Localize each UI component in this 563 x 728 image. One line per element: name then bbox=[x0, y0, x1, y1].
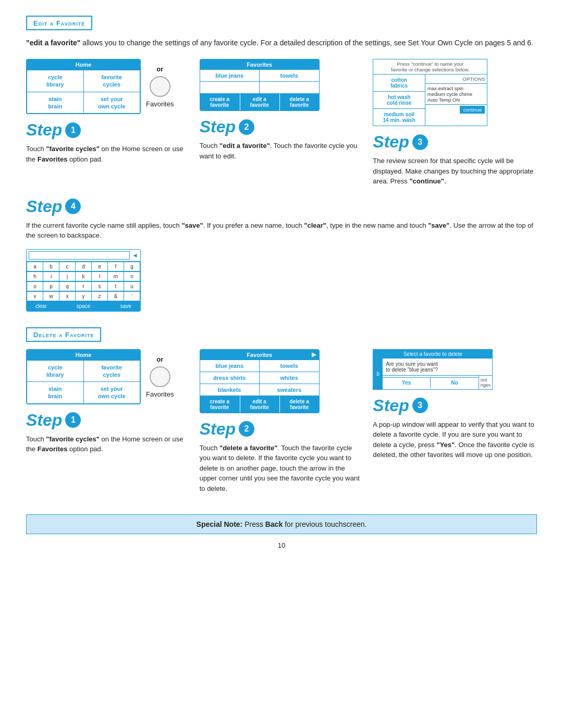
delete-section: Delete a Favorite Home cyclelibrary favo… bbox=[26, 327, 537, 499]
kb-key-e[interactable]: e bbox=[92, 262, 107, 271]
edit-step1-num: 1 bbox=[65, 122, 81, 138]
delete-step1-desc: Touch "favorite cycles" on the Home scre… bbox=[26, 434, 190, 454]
kb-key-n[interactable]: n bbox=[124, 272, 140, 281]
special-note: Special Note: Press Back for previous to… bbox=[26, 514, 537, 534]
del-fav-sweaters: sweaters bbox=[260, 384, 319, 396]
home-cell-cycle-library: cyclelibrary bbox=[27, 70, 83, 92]
edit-step3-review-panel: Press "continue" to name yourfavorite or… bbox=[373, 59, 487, 126]
edit-step2-col: Favorites blue jeans towels create afavo… bbox=[200, 59, 373, 166]
fav-arrow-icon: ▶ bbox=[312, 351, 316, 358]
del-fav-edit: edit afavorite bbox=[240, 396, 279, 413]
del-fav-header: Favorites ▶ bbox=[200, 350, 319, 360]
kb-key-j[interactable]: j bbox=[59, 272, 75, 281]
kb-backspace-icon: ◄ bbox=[132, 252, 138, 259]
kb-clear-btn[interactable]: clear bbox=[27, 302, 55, 311]
delete-step1-or-favorites: or Favorites bbox=[146, 350, 174, 403]
kb-input-box[interactable] bbox=[29, 251, 130, 260]
kb-key-b[interactable]: b bbox=[43, 262, 59, 271]
delete-step3-num: 3 bbox=[412, 398, 428, 413]
del-home-fav-cycles: favoritecycles bbox=[84, 361, 140, 382]
fav-towels: towels bbox=[260, 70, 319, 81]
kb-key-r[interactable]: r bbox=[76, 282, 91, 291]
review-medium-soil: medium soil14 min. wash bbox=[373, 109, 425, 126]
review-cotton: cottonfabrics bbox=[373, 75, 425, 92]
edit-step1-col: Home cyclelibrary favoritecycles stainbr… bbox=[26, 59, 200, 169]
delete-step1-num: 1 bbox=[65, 412, 81, 428]
kb-key-m[interactable]: m bbox=[108, 272, 124, 281]
del-home-cycle-lib: cyclelibrary bbox=[27, 361, 83, 382]
kb-key-a[interactable]: a bbox=[27, 262, 43, 271]
kb-space-btn[interactable]: space bbox=[56, 302, 112, 311]
kb-key-g[interactable]: g bbox=[124, 262, 140, 271]
review-hot-wash: hot washcold rinse bbox=[373, 92, 425, 109]
kb-key-y[interactable]: y bbox=[76, 292, 91, 301]
kb-key-z[interactable]: z bbox=[92, 292, 107, 301]
review-continue-btn[interactable]: continue bbox=[460, 106, 485, 114]
edit-step3-num: 3 bbox=[412, 134, 428, 150]
kb-key-d[interactable]: d bbox=[76, 262, 91, 271]
edit-step4-desc: If the current favorite cycle name still… bbox=[26, 220, 537, 241]
kb-key-f[interactable]: f bbox=[108, 262, 124, 271]
edit-steps-123-row: Home cyclelibrary favoritecycles stainbr… bbox=[26, 59, 537, 192]
fav-blue-jeans: blue jeans bbox=[200, 70, 260, 81]
home-cell-favorite-cycles: favoritecycles bbox=[84, 70, 140, 92]
kb-save-btn[interactable]: save bbox=[112, 302, 140, 311]
kb-key-c[interactable]: c bbox=[59, 262, 75, 271]
edit-step1-home-panel: Home cyclelibrary favoritecycles stainbr… bbox=[26, 59, 141, 114]
kb-key-s[interactable]: s bbox=[92, 282, 107, 291]
del-b-label: b bbox=[373, 359, 383, 389]
del-home-stain-brain: stainbrain bbox=[27, 382, 83, 403]
edit-step4-num: 4 bbox=[65, 199, 81, 214]
delete-steps-row: Home cyclelibrary favoritecycles stainbr… bbox=[26, 349, 537, 499]
delete-step2-col: Favorites ▶ blue jeans towels dress shir… bbox=[200, 349, 373, 499]
del-confirm-text: Are you sure you wantto delete "blue jea… bbox=[383, 359, 492, 376]
del-side-text: outnges bbox=[479, 376, 493, 389]
del-yes-btn[interactable]: Yes bbox=[383, 378, 431, 388]
page-number: 10 bbox=[26, 541, 537, 549]
del-fav-blue-jeans: blue jeans bbox=[200, 360, 260, 372]
kb-key-w[interactable]: w bbox=[43, 292, 59, 301]
del-favorites-circle bbox=[150, 366, 170, 387]
del-fav-dress-shirts: dress shirts bbox=[200, 372, 260, 384]
del-fav-create: create afavorite bbox=[200, 396, 240, 413]
delete-step3-heading: Step 3 bbox=[373, 396, 537, 415]
kb-key-i[interactable]: i bbox=[43, 272, 59, 281]
kb-key-o[interactable]: o bbox=[27, 282, 43, 291]
review-options-label: OPTIONS bbox=[425, 75, 487, 84]
del-no-btn[interactable]: No bbox=[431, 378, 479, 388]
kb-key-p[interactable]: p bbox=[43, 282, 59, 291]
kb-key-apos[interactable]: ' bbox=[124, 292, 140, 301]
kb-key-q[interactable]: q bbox=[59, 282, 75, 291]
delete-step2-fav-panel: Favorites ▶ blue jeans towels dress shir… bbox=[200, 349, 320, 413]
kb-key-h[interactable]: h bbox=[27, 272, 43, 281]
delete-step1-heading: Step 1 bbox=[26, 411, 190, 430]
edit-step2-heading: Step 2 bbox=[200, 117, 364, 137]
edit-step2-desc: Touch "edit a favorite". Touch the favor… bbox=[200, 141, 364, 161]
edit-step4-col: Step 4 If the current favorite cycle nam… bbox=[26, 197, 537, 246]
delete-step2-num: 2 bbox=[239, 421, 254, 437]
kb-key-u[interactable]: u bbox=[124, 282, 140, 291]
del-home-set-own: set yourown cycle bbox=[84, 382, 140, 403]
home-panel-header: Home bbox=[27, 59, 140, 70]
edit-step1-desc: Touch "favorite cycles" on the Home scre… bbox=[26, 144, 190, 164]
delete-step2-desc: Touch "delete a favorite". Touch the fav… bbox=[200, 443, 364, 494]
edit-step1-or-favorites: or Favorites bbox=[146, 60, 174, 113]
favorites-circle bbox=[150, 76, 170, 97]
fav-empty1 bbox=[200, 82, 260, 93]
delete-step1-col: Home cyclelibrary favoritecycles stainbr… bbox=[26, 349, 200, 460]
kb-key-t[interactable]: t bbox=[108, 282, 124, 291]
delete-home-header: Home bbox=[27, 350, 140, 360]
kb-key-l[interactable]: l bbox=[92, 272, 107, 281]
keyboard-panel-container: ◄ a b c d e f g h i j k l m bbox=[26, 249, 141, 312]
kb-key-k[interactable]: k bbox=[76, 272, 91, 281]
edit-step4-heading: Step 4 bbox=[26, 197, 537, 216]
edit-step4-section: Step 4 If the current favorite cycle nam… bbox=[26, 197, 537, 312]
delete-confirm-panel: Select a favorite to delete b Are you su… bbox=[373, 349, 493, 390]
kb-key-amp[interactable]: & bbox=[108, 292, 124, 301]
kb-key-x[interactable]: x bbox=[59, 292, 75, 301]
edit-step3-desc: The review screen for that specific cycl… bbox=[373, 156, 537, 187]
fav-empty2 bbox=[260, 82, 319, 93]
edit-section-header: Edit a Favorite bbox=[26, 16, 92, 30]
kb-key-v[interactable]: v bbox=[27, 292, 43, 301]
delete-section-header: Delete a Favorite bbox=[26, 327, 101, 342]
